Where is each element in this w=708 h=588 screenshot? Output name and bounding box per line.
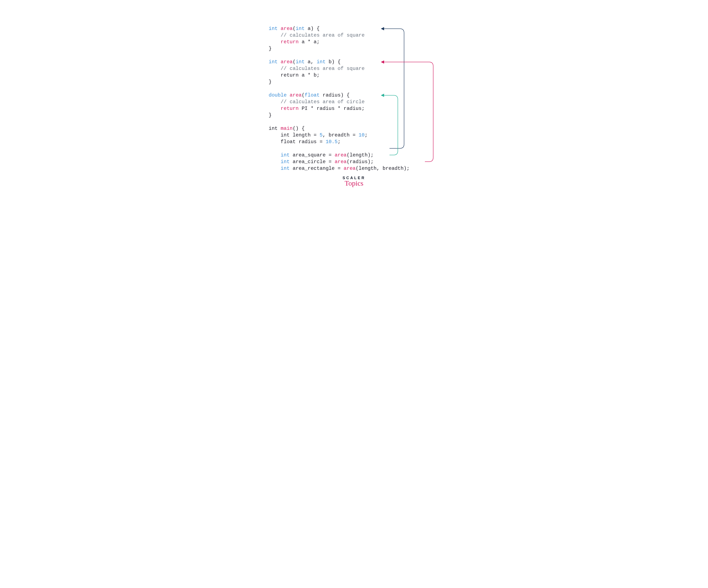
fn3-return: return PI * radius * radius; <box>269 106 365 111</box>
main-call1: int area_square = area(length); <box>269 152 374 158</box>
fn2-return: return a * b; <box>269 72 320 78</box>
fn1-return: return a * a; <box>269 39 320 45</box>
fn3-comment: // calculates area of circle <box>269 99 365 105</box>
logo-line2: Topics <box>333 179 375 187</box>
fn1-line1: int area(int a) { <box>269 26 320 31</box>
fn2-line1: int area(int a, int b) { <box>269 59 341 65</box>
main-line1: int main() { <box>269 126 305 131</box>
fn3-close: } <box>269 112 272 118</box>
scaler-logo: SCALER Topics <box>333 176 375 187</box>
main-call2: int area_circle = area(radius); <box>269 159 374 164</box>
fn2-comment: // calculates area of square <box>269 66 365 71</box>
diagram-canvas: int area(int a) { // calculates area of … <box>229 0 479 208</box>
main-call3: int area_rectangle = area(length, breadt… <box>269 166 410 171</box>
main-decl1: int length = 5, breadth = 10; <box>269 132 367 138</box>
main-decl2: float radius = 10.5; <box>269 139 341 145</box>
code-block: int area(int a) { // calculates area of … <box>269 19 410 172</box>
fn1-close: } <box>269 46 272 52</box>
fn1-comment: // calculates area of square <box>269 32 365 38</box>
fn2-close: } <box>269 79 272 85</box>
fn3-line1: double area(float radius) { <box>269 92 350 98</box>
